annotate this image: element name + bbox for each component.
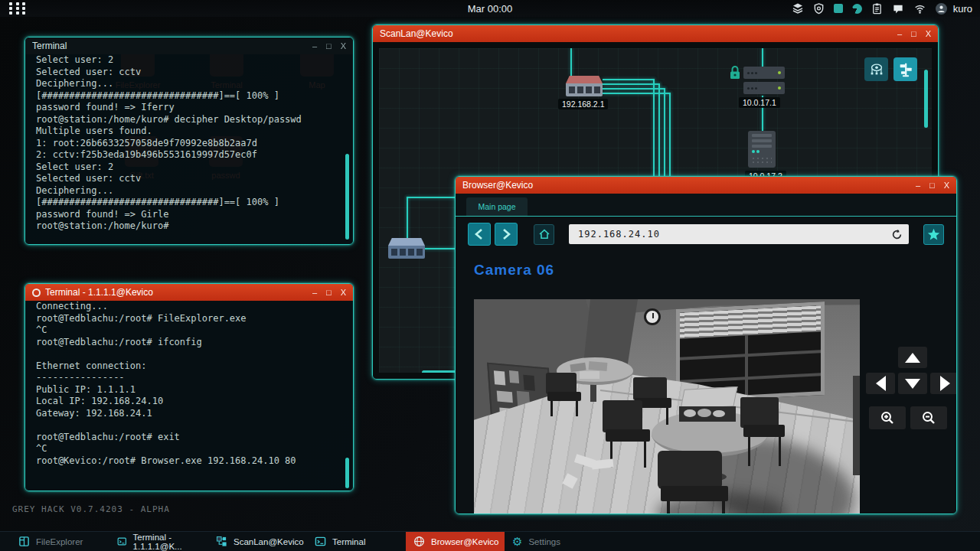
network-node-server-2[interactable] [743, 82, 785, 94]
gear-icon: ⚙ [512, 536, 522, 547]
scanlan-titlebar[interactable]: ScanLan@Kevico – □ X [373, 25, 938, 42]
taskbar-item-settings[interactable]: ⚙ Settings [505, 532, 603, 551]
close-button[interactable]: X [341, 288, 346, 297]
close-button[interactable]: X [341, 41, 346, 51]
terminal-scrollbar[interactable] [345, 154, 349, 240]
minimize-button[interactable]: – [916, 181, 920, 190]
close-button[interactable]: X [926, 29, 931, 38]
username-label: kuro [953, 3, 972, 15]
map-vertical-scrollbar[interactable] [924, 70, 928, 128]
close-button[interactable]: X [944, 181, 949, 190]
page-heading: Camera 06 [474, 262, 956, 279]
home-button[interactable] [534, 224, 554, 245]
remote-terminal-window: Terminal - 1.1.1.1@Kevico – □ X Connecti… [24, 283, 354, 491]
remote-terminal-titlebar[interactable]: Terminal - 1.1.1.1@Kevico – □ X [25, 284, 353, 301]
window-title: Terminal - 1.1.1.1@Kevico [45, 287, 312, 298]
terminal-output[interactable]: Select user: 2 Selected user: cctv Decip… [25, 54, 353, 244]
camera-left-button[interactable] [866, 373, 895, 394]
camera-feed [474, 299, 860, 514]
maximize-button[interactable]: □ [911, 29, 916, 38]
fileexplorer-icon [18, 536, 30, 547]
terminal-titlebar[interactable]: Terminal – □ X [25, 37, 353, 54]
desktop-screen: Mar 00:00 kuro FileExplorer Terminal Map… [0, 0, 980, 551]
pizza-box [679, 406, 736, 422]
zoom-in-button[interactable] [869, 406, 906, 429]
game-version-label: GREY HACK V0.7.4203 - ALPHA [12, 504, 170, 514]
zoom-out-button[interactable] [910, 406, 947, 429]
camera-right-button[interactable] [930, 373, 957, 394]
status-pie-icon[interactable] [852, 4, 862, 14]
maximize-button[interactable]: □ [929, 181, 935, 190]
address-bar [569, 224, 909, 244]
taskbar-item-terminal-remote[interactable]: Terminal - 1.1.1.1@K... [109, 532, 208, 551]
maximize-button[interactable]: □ [326, 288, 332, 297]
wifi-icon[interactable] [913, 3, 926, 15]
window-title: Terminal [32, 41, 312, 51]
network-node-switch[interactable] [388, 238, 425, 259]
browser-window: Browser@Kevico – □ X Main page Cam [455, 176, 957, 514]
window-blinds [680, 305, 821, 339]
clipboard-icon[interactable] [871, 2, 883, 15]
address-input[interactable] [577, 228, 891, 240]
terminal-window-icon [32, 289, 41, 297]
signpost-tool-button[interactable] [893, 57, 917, 81]
status-square-icon[interactable] [834, 4, 843, 13]
back-button[interactable] [468, 223, 491, 246]
node-label-router: 192.168.2.1 [558, 99, 608, 109]
lock-icon [729, 65, 741, 83]
network-node-server-1[interactable] [743, 67, 785, 79]
minimize-button[interactable]: – [312, 288, 317, 297]
camera-wall-clock [644, 308, 661, 325]
user-avatar[interactable] [936, 3, 947, 15]
terminal-window: Terminal – □ X Select user: 2 Selected u… [24, 37, 354, 245]
maximize-button[interactable]: □ [326, 41, 332, 51]
camera-down-button[interactable] [898, 373, 927, 394]
taskbar-item-browser[interactable]: Browser@Kevico [406, 532, 505, 551]
scan-tool-button[interactable] [864, 57, 888, 81]
browser-titlebar[interactable]: Browser@Kevico – □ X [456, 177, 956, 194]
node-label-server: 10.0.17.1 [739, 97, 780, 108]
minimize-button[interactable]: – [312, 41, 317, 51]
taskbar-item-scanlan[interactable]: ScanLan@Kevico [208, 532, 307, 551]
network-node-pc[interactable] [748, 131, 776, 168]
window-title: Browser@Kevico [462, 180, 916, 191]
terminal-icon [117, 536, 127, 547]
layers-icon[interactable] [792, 2, 804, 15]
forward-button[interactable] [495, 223, 518, 246]
network-node-router[interactable] [566, 76, 603, 96]
taskbar-item-fileexplorer[interactable]: FileExplorer [11, 532, 109, 551]
browser-globe-icon [413, 536, 425, 547]
top-status-bar: Mar 00:00 kuro [0, 0, 980, 17]
taskbar: FileExplorer Terminal - 1.1.1.1@K... Sca… [0, 531, 980, 551]
minimize-button[interactable]: – [897, 29, 902, 38]
chat-icon[interactable] [892, 3, 904, 15]
shield-icon[interactable] [813, 2, 825, 15]
window-title: ScanLan@Kevico [380, 28, 897, 39]
reload-icon[interactable] [891, 229, 903, 240]
taskbar-item-terminal[interactable]: Terminal [307, 532, 406, 551]
terminal-icon [315, 536, 326, 547]
browser-tabstrip: Main page [456, 194, 956, 217]
right-door-frame [853, 376, 860, 475]
camera-up-button[interactable] [898, 347, 927, 368]
scanlan-icon [216, 536, 227, 547]
terminal-output[interactable]: Connecting... root@Tedblachu:/root# File… [25, 301, 353, 491]
browser-toolbar [456, 217, 956, 252]
terminal-scrollbar[interactable] [345, 458, 349, 488]
bookmark-button[interactable] [923, 224, 944, 245]
browser-tab-main-page[interactable]: Main page [466, 197, 528, 216]
